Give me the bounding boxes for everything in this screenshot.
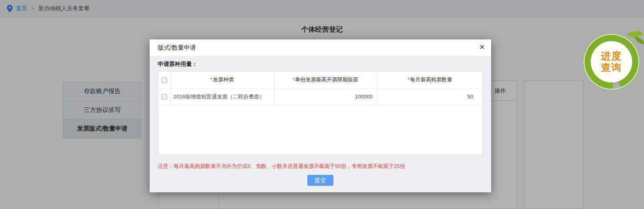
cell-max-monthly-count: 50: [377, 88, 483, 105]
cell-max-invoice-limit: 100000: [274, 88, 377, 105]
dialog-title: 版式/数量申请: [158, 44, 196, 52]
badge-ring: 进度 查询: [585, 35, 638, 89]
close-icon[interactable]: ×: [479, 43, 485, 52]
badge-text-line1: 进度: [601, 50, 622, 62]
column-header-invoice-type: *发票种类: [170, 72, 274, 88]
cell-invoice-type: 2016版增值税普通发票（二联折叠票）: [170, 88, 274, 105]
select-all-header-cell: [158, 72, 170, 88]
section-label: 申请票种用量：: [158, 61, 483, 68]
table-header-row: *发票种类 *单份发票最高开票限额版面 *每月最高购票数量: [158, 72, 483, 88]
table-row: 2016版增值税普通发票（二联折叠票） 100000 50: [158, 88, 483, 105]
invoice-table: *发票种类 *单份发票最高开票限额版面 *每月最高购票数量: [158, 71, 483, 155]
dialog-header: 版式/数量申请 ×: [150, 39, 491, 56]
column-header-max-invoice-limit: *单份发票最高开票限额版面: [274, 72, 377, 88]
row-checkbox-cell: [158, 88, 170, 105]
dialog-footer: 提交: [158, 175, 483, 186]
select-all-checkbox[interactable]: [161, 77, 167, 83]
row-checkbox[interactable]: [161, 94, 167, 100]
column-header-max-monthly-count: *每月最高购票数量: [377, 72, 483, 88]
badge-inner: 进度 查询: [591, 41, 632, 83]
badge-text-line2: 查询: [601, 62, 622, 73]
required-mark: *: [210, 76, 212, 83]
submit-button[interactable]: 提交: [307, 175, 333, 186]
invoice-type-quantity-dialog: 版式/数量申请 × 申请票种用量： *发票种类 *单份发票最高开票限额版面: [150, 39, 491, 192]
progress-query-badge[interactable]: 进度 查询: [585, 35, 638, 89]
required-mark: *: [407, 76, 409, 83]
validation-note: 注意：每月最高购票数量不允许为空或0、负数、小数并且普通发票不能高于50份，专用…: [158, 163, 483, 170]
required-mark: *: [292, 76, 294, 83]
dialog-body: 申请票种用量： *发票种类 *单份发票最高开票限额版面: [150, 56, 491, 186]
